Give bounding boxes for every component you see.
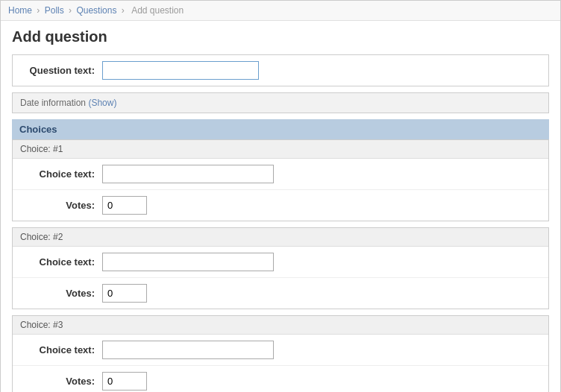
question-form: Question text: bbox=[12, 54, 549, 86]
choice-text-label-3: Choice text: bbox=[20, 344, 102, 355]
choice-text-input-2[interactable] bbox=[102, 253, 274, 271]
choice-text-row-2: Choice text: bbox=[13, 247, 548, 278]
page-title: Add question bbox=[12, 28, 549, 45]
choice-block-3: Choice: #3 Choice text: Votes: bbox=[12, 315, 549, 392]
breadcrumb: Home › Polls › Questions › Add question bbox=[1, 1, 560, 21]
breadcrumb-current: Add question bbox=[131, 5, 184, 16]
question-text-row: Question text: bbox=[13, 55, 548, 86]
votes-row-3: Votes: bbox=[13, 366, 548, 392]
votes-label-2: Votes: bbox=[20, 288, 102, 299]
breadcrumb-home[interactable]: Home bbox=[8, 5, 32, 16]
choice-title-3: Choice: #3 bbox=[13, 316, 548, 335]
choice-text-row-1: Choice text: bbox=[13, 159, 548, 190]
choice-block-2: Choice: #2 Choice text: Votes: bbox=[12, 227, 549, 309]
votes-row-1: Votes: bbox=[13, 190, 548, 221]
breadcrumb-questions[interactable]: Questions bbox=[76, 5, 116, 16]
choices-container: Choice: #1 Choice text: Votes: Choice: #… bbox=[12, 139, 549, 392]
date-info-section: Date information (Show) bbox=[12, 92, 549, 113]
choice-title-2: Choice: #2 bbox=[13, 228, 548, 247]
date-info-show-link[interactable]: (Show) bbox=[88, 98, 116, 108]
votes-input-2[interactable] bbox=[102, 284, 147, 303]
choice-text-row-3: Choice text: bbox=[13, 335, 548, 366]
question-text-label: Question text: bbox=[20, 65, 102, 76]
votes-label-1: Votes: bbox=[20, 200, 102, 211]
question-text-input[interactable] bbox=[102, 61, 259, 80]
choice-text-label-2: Choice text: bbox=[20, 256, 102, 268]
votes-label-3: Votes: bbox=[20, 376, 102, 387]
votes-row-2: Votes: bbox=[13, 278, 548, 309]
choice-block-1: Choice: #1 Choice text: Votes: bbox=[12, 139, 549, 221]
choice-text-label-1: Choice text: bbox=[20, 168, 102, 180]
choice-title-1: Choice: #1 bbox=[13, 140, 548, 159]
date-info-label: Date information bbox=[20, 98, 86, 108]
choice-text-input-3[interactable] bbox=[102, 341, 274, 359]
breadcrumb-polls[interactable]: Polls bbox=[45, 5, 64, 16]
votes-input-1[interactable] bbox=[102, 196, 147, 215]
votes-input-3[interactable] bbox=[102, 372, 147, 391]
choices-header: Choices bbox=[12, 119, 549, 139]
choice-text-input-1[interactable] bbox=[102, 165, 274, 183]
